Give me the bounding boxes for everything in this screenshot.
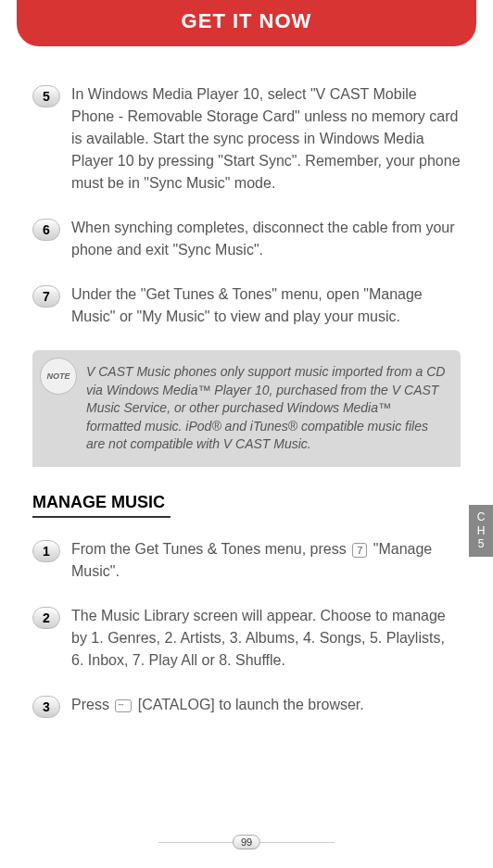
key-7-icon: 7 xyxy=(352,543,367,558)
page-number: 99 xyxy=(233,835,260,849)
step-text: When synching completes, disconnect the … xyxy=(71,217,461,261)
page-footer: 99 xyxy=(158,835,335,849)
step-item: 6 When synching completes, disconnect th… xyxy=(32,217,461,261)
section-title: MANAGE MUSIC xyxy=(32,493,171,518)
side-tab-line: H xyxy=(477,524,486,537)
step-item: 3 Press [CATALOG] to launch the browser. xyxy=(32,694,461,718)
step-text-part: Press xyxy=(71,697,113,712)
step-number-badge: 5 xyxy=(32,85,60,107)
step-text: The Music Library screen will appear. Ch… xyxy=(71,605,461,672)
step-text: From the Get Tunes & Tones menu, press 7… xyxy=(71,538,461,583)
chapter-side-tab: C H 5 xyxy=(469,505,493,557)
step-text-part: [CATALOG] to launch the browser. xyxy=(133,697,363,712)
note-block: NOTE V CAST Music phones only support mu… xyxy=(32,350,461,467)
step-text-part: From the Get Tunes & Tones menu, press xyxy=(71,541,350,557)
step-text: Under the "Get Tunes & Tones" menu, open… xyxy=(71,283,461,328)
page-content: 5 In Windows Media Player 10, select "V … xyxy=(0,46,493,718)
step-number-badge: 1 xyxy=(32,540,60,562)
step-number-badge: 6 xyxy=(32,219,60,241)
step-number-badge: 7 xyxy=(32,285,60,308)
step-number-badge: 3 xyxy=(32,696,60,718)
step-item: 2 The Music Library screen will appear. … xyxy=(32,605,461,672)
step-item: 7 Under the "Get Tunes & Tones" menu, op… xyxy=(32,283,461,328)
page-header-banner: GET IT NOW xyxy=(17,0,476,46)
soft-key-icon xyxy=(115,699,132,712)
step-text: In Windows Media Player 10, select "V CA… xyxy=(71,83,461,195)
page-title: GET IT NOW xyxy=(182,9,312,32)
step-text: Press [CATALOG] to launch the browser. xyxy=(71,694,461,716)
step-number-badge: 2 xyxy=(32,607,60,629)
step-item: 1 From the Get Tunes & Tones menu, press… xyxy=(32,538,461,583)
side-tab-line: 5 xyxy=(478,537,485,550)
footer-line-right xyxy=(260,842,335,843)
note-icon: NOTE xyxy=(40,358,77,395)
step-item: 5 In Windows Media Player 10, select "V … xyxy=(32,83,461,195)
footer-line-left xyxy=(158,842,233,843)
note-text: V CAST Music phones only support music i… xyxy=(86,364,445,451)
section-heading-wrap: MANAGE MUSIC xyxy=(32,493,461,538)
side-tab-line: C xyxy=(477,510,486,523)
